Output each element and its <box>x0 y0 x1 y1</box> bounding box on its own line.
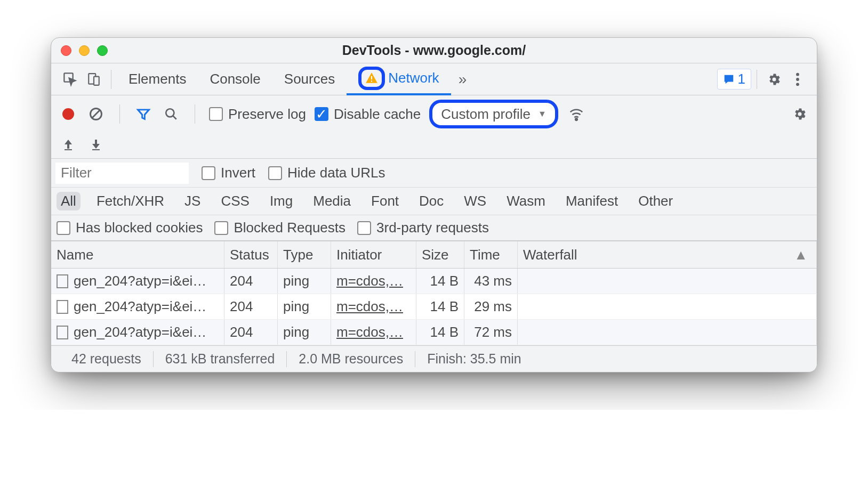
tab-network[interactable]: Network <box>347 63 451 95</box>
col-status[interactable]: Status <box>224 241 278 268</box>
upload-har-icon[interactable] <box>59 135 78 154</box>
devtools-window: DevTools - www.google.com/ Elements Cons… <box>51 37 817 372</box>
request-name: gen_204?atyp=i&ei… <box>74 298 206 315</box>
cell-time: 72 ms <box>464 320 518 345</box>
svg-point-6 <box>796 78 799 81</box>
cell-time: 43 ms <box>464 269 518 294</box>
tab-console[interactable]: Console <box>198 63 272 95</box>
svg-rect-4 <box>371 80 372 82</box>
chip-js[interactable]: JS <box>180 192 205 210</box>
extra-filters: Has blocked cookies Blocked Requests 3rd… <box>51 215 817 241</box>
chip-doc[interactable]: Doc <box>415 192 448 210</box>
requests-table: Name Status Type Initiator Size Time Wat… <box>51 241 817 345</box>
preserve-log-checkbox[interactable]: Preserve log <box>209 106 306 123</box>
filter-icon[interactable] <box>134 104 153 124</box>
chip-all[interactable]: All <box>57 192 81 210</box>
chip-other[interactable]: Other <box>634 192 677 210</box>
separator <box>119 104 120 124</box>
svg-line-11 <box>173 116 176 119</box>
svg-point-7 <box>796 83 799 86</box>
hide-data-urls-checkbox[interactable]: Hide data URLs <box>268 165 385 181</box>
document-icon <box>57 274 68 288</box>
settings-icon[interactable] <box>762 68 786 91</box>
more-tabs-icon[interactable]: » <box>451 68 475 91</box>
blocked-cookies-checkbox[interactable]: Has blocked cookies <box>57 220 203 236</box>
svg-line-9 <box>92 110 100 118</box>
issues-badge[interactable]: 1 <box>717 69 751 90</box>
cell-time: 29 ms <box>464 294 518 319</box>
cell-type: ping <box>278 269 331 294</box>
cell-waterfall <box>518 294 817 319</box>
chip-wasm[interactable]: Wasm <box>502 192 550 210</box>
record-button[interactable] <box>59 104 78 124</box>
cell-size: 14 B <box>416 320 464 345</box>
download-har-icon[interactable] <box>86 135 106 154</box>
tab-elements[interactable]: Elements <box>117 63 198 95</box>
col-name[interactable]: Name <box>51 241 224 268</box>
tab-sources[interactable]: Sources <box>272 63 347 95</box>
invert-checkbox[interactable]: Invert <box>202 165 255 181</box>
warning-icon <box>365 71 379 85</box>
svg-point-10 <box>166 109 174 117</box>
status-finish: Finish: 35.5 min <box>415 351 533 367</box>
chip-manifest[interactable]: Manifest <box>561 192 622 210</box>
window-title: DevTools - www.google.com/ <box>51 43 817 58</box>
chip-img[interactable]: Img <box>266 192 297 210</box>
cell-status: 204 <box>224 269 278 294</box>
col-waterfall[interactable]: Waterfall▲ <box>518 241 817 268</box>
cell-waterfall <box>518 320 817 345</box>
request-name: gen_204?atyp=i&ei… <box>74 273 206 289</box>
svg-rect-13 <box>65 149 72 150</box>
inspect-icon[interactable] <box>59 68 82 91</box>
blocked-requests-checkbox[interactable]: Blocked Requests <box>214 220 345 236</box>
chip-font[interactable]: Font <box>367 192 403 210</box>
table-row[interactable]: gen_204?atyp=i&ei…204pingm=cdos,…14 B43 … <box>51 269 817 294</box>
device-toggle-icon[interactable] <box>82 68 106 91</box>
message-icon <box>723 74 735 85</box>
col-time[interactable]: Time <box>464 241 518 268</box>
col-initiator[interactable]: Initiator <box>331 241 416 268</box>
kebab-menu-icon[interactable] <box>786 68 809 91</box>
cell-initiator[interactable]: m=cdos,… <box>336 273 403 289</box>
chip-fetch-xhr[interactable]: Fetch/XHR <box>92 192 168 210</box>
table-row[interactable]: gen_204?atyp=i&ei…204pingm=cdos,…14 B72 … <box>51 320 817 345</box>
status-resources: 2.0 MB resources <box>287 351 415 367</box>
clear-icon[interactable] <box>86 104 106 124</box>
document-icon <box>57 300 68 314</box>
issues-count: 1 <box>738 71 745 87</box>
throttling-dropdown[interactable]: Custom profile ▼ <box>429 100 558 128</box>
filter-bar: Invert Hide data URLs <box>51 159 817 188</box>
col-size[interactable]: Size <box>416 241 464 268</box>
main-tabs: Elements Console Sources Network » 1 <box>51 63 817 95</box>
request-name: gen_204?atyp=i&ei… <box>74 324 206 340</box>
cell-status: 204 <box>224 294 278 319</box>
network-conditions-icon[interactable] <box>567 104 586 124</box>
cell-size: 14 B <box>416 269 464 294</box>
separator <box>111 70 111 89</box>
table-header: Name Status Type Initiator Size Time Wat… <box>51 241 817 269</box>
titlebar: DevTools - www.google.com/ <box>51 38 817 63</box>
disable-cache-checkbox[interactable]: ✓ Disable cache <box>315 106 421 123</box>
filter-input[interactable] <box>55 163 189 184</box>
search-icon[interactable] <box>162 104 181 124</box>
chip-css[interactable]: CSS <box>216 192 253 210</box>
status-bar: 42 requests 631 kB transferred 2.0 MB re… <box>51 345 817 372</box>
document-icon <box>57 326 68 339</box>
cell-status: 204 <box>224 320 278 345</box>
status-transferred: 631 kB transferred <box>154 351 287 367</box>
cell-size: 14 B <box>416 294 464 319</box>
separator <box>195 104 195 124</box>
chevron-down-icon: ▼ <box>538 109 546 119</box>
cell-waterfall <box>518 269 817 294</box>
table-row[interactable]: gen_204?atyp=i&ei…204pingm=cdos,…14 B29 … <box>51 294 817 320</box>
chip-media[interactable]: Media <box>309 192 355 210</box>
network-settings-icon[interactable] <box>790 104 809 124</box>
svg-point-12 <box>575 118 577 120</box>
third-party-checkbox[interactable]: 3rd-party requests <box>357 220 489 236</box>
chip-ws[interactable]: WS <box>460 192 491 210</box>
cell-type: ping <box>278 294 331 319</box>
col-type[interactable]: Type <box>278 241 331 268</box>
cell-initiator[interactable]: m=cdos,… <box>336 324 403 340</box>
cell-initiator[interactable]: m=cdos,… <box>336 298 403 315</box>
svg-rect-14 <box>92 149 100 150</box>
